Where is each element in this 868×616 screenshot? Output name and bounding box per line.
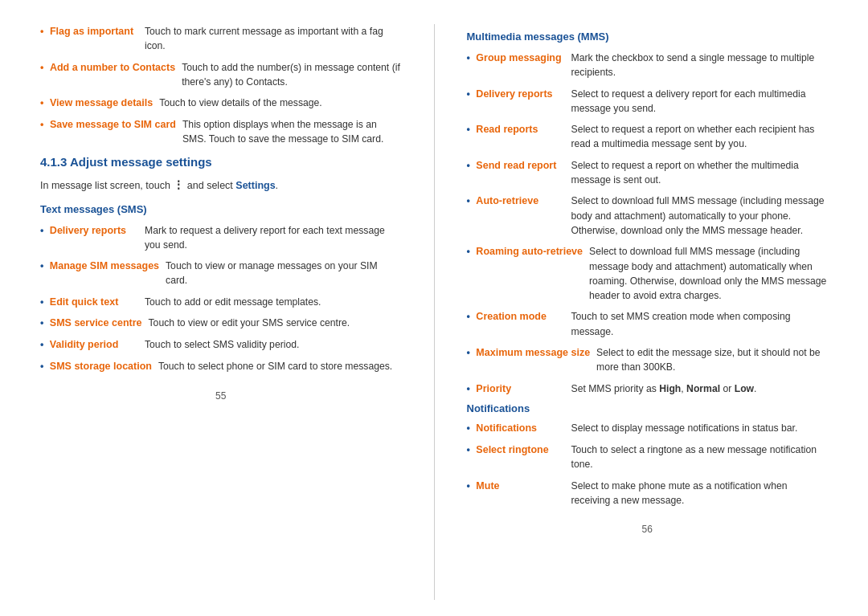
group-msg-desc: Mark the checkbox to send a single messa… [571, 51, 829, 80]
bullet: • [40, 317, 47, 328]
bullet: • [467, 88, 473, 100]
flag-desc: Touch to mark current message as importa… [145, 24, 402, 54]
manage-sim-desc: Touch to view or manage messages on your… [166, 259, 401, 288]
top-items: • Flag as important Touch to mark curren… [40, 24, 402, 147]
page-number-left: 55 [40, 382, 402, 410]
notif-select-ringtone: • Select ringtone Touch to select a ring… [467, 443, 829, 472]
read-reports-desc: Select to request a report on whether ea… [571, 122, 829, 152]
notifications-label: Notifications [476, 422, 537, 434]
bullet-flag: • [40, 26, 43, 37]
sms-service-desc: Touch to view or edit your SMS service c… [149, 316, 402, 331]
auto-retrieve-desc: Select to download full MMS message (inc… [571, 194, 829, 238]
send-read-label: Send read report [476, 160, 556, 171]
sms-validity-period: • Validity period Touch to select SMS va… [40, 337, 402, 353]
mute-label: Mute [476, 480, 499, 492]
max-size-desc: Select to edit the message size, but it … [596, 345, 828, 375]
bullet: • [467, 246, 473, 257]
intro-middle: and select [184, 180, 235, 191]
sms-service-label: SMS service centre [50, 317, 142, 328]
bullet: • [40, 260, 47, 271]
sms-section: Text messages (SMS) • Delivery reports M… [40, 203, 402, 374]
notif-mute: • Mute Select to make phone mute as a no… [467, 479, 829, 508]
notifications-desc: Select to display message notifications … [571, 421, 829, 436]
mms-auto-retrieve: • Auto-retrieve Select to download full … [467, 194, 829, 238]
add-number-desc: Touch to add the number(s) in message co… [182, 60, 401, 90]
sms-delivery-desc: Mark to request a delivery report for ea… [145, 223, 402, 253]
bullet: • [467, 444, 473, 455]
ringtone-label: Select ringtone [476, 444, 548, 455]
notif-notifications: • Notifications Select to display messag… [467, 421, 829, 436]
validity-desc: Touch to select SMS validity period. [145, 337, 402, 353]
edit-quick-label: Edit quick text [50, 296, 118, 308]
page-divider [434, 24, 435, 600]
ringtone-desc: Touch to select a ringtone as a new mess… [571, 443, 829, 472]
sms-delivery-label: Delivery reports [50, 225, 126, 236]
manage-sim-label: Manage SIM messages [50, 260, 159, 271]
creation-mode-label: Creation mode [476, 311, 547, 322]
bullet: • [467, 422, 473, 434]
save-message-item: • Save message to SIM card This option d… [40, 117, 402, 147]
settings-link: Settings [235, 180, 275, 191]
sms-manage-sim: • Manage SIM messages Touch to view or m… [40, 259, 402, 288]
save-message-label: Save message to SIM card [50, 119, 176, 130]
bullet: • [467, 347, 473, 358]
bullet-add: • [40, 62, 43, 73]
storage-label: SMS storage location [50, 361, 152, 372]
page-right: Multimedia messages (MMS) • Group messag… [443, 24, 853, 600]
bullet: • [467, 383, 473, 394]
mms-send-read-report: • Send read report Select to request a r… [467, 158, 829, 188]
mms-section: Multimedia messages (MMS) • Group messag… [467, 31, 829, 396]
mms-delivery-desc: Select to request a delivery report for … [571, 87, 829, 116]
bullet: • [467, 311, 473, 322]
bullet: • [40, 361, 47, 372]
bullet: • [40, 296, 47, 308]
mms-read-reports: • Read reports Select to request a repor… [467, 122, 829, 152]
notifications-section: Notifications • Notifications Select to … [467, 402, 829, 508]
bullet-view: • [40, 97, 43, 108]
add-number-item: • Add a number to Contacts Touch to add … [40, 60, 402, 90]
flag-as-important-item: • Flag as important Touch to mark curren… [40, 24, 402, 54]
bullet: • [467, 195, 473, 206]
auto-retrieve-label: Auto-retrieve [476, 195, 538, 206]
mms-delivery-reports: • Delivery reports Select to request a d… [467, 87, 829, 116]
bullet: • [467, 52, 473, 63]
validity-label: Validity period [50, 339, 118, 350]
intro-end: . [276, 180, 278, 191]
sms-section-title: Text messages (SMS) [40, 203, 402, 215]
notifications-header: Notifications [467, 402, 829, 414]
menu-icon: ⋮ [173, 178, 184, 191]
mute-desc: Select to make phone mute as a notificat… [571, 479, 829, 508]
storage-desc: Touch to select phone or SIM card to sto… [158, 359, 402, 374]
creation-mode-desc: Touch to set MMS creation mode when comp… [571, 309, 829, 339]
bullet-save: • [40, 119, 43, 130]
group-msg-label: Group messaging [476, 52, 561, 63]
flag-label: Flag as important [50, 26, 133, 37]
read-reports-label: Read reports [476, 124, 538, 135]
roaming-label: Roaming auto-retrieve [476, 246, 583, 257]
edit-quick-desc: Touch to add or edit message templates. [145, 295, 402, 310]
priority-desc: Set MMS priority as High, Normal or Low. [571, 381, 829, 397]
sms-storage-location: • SMS storage location Touch to select p… [40, 359, 402, 374]
mms-creation-mode: • Creation mode Touch to set MMS creatio… [467, 309, 829, 339]
view-message-desc: Touch to view details of the message. [159, 96, 401, 111]
bullet: • [467, 124, 473, 135]
page-left: • Flag as important Touch to mark curren… [16, 24, 426, 600]
bullet: • [467, 160, 473, 171]
mms-roaming-auto-retrieve: • Roaming auto-retrieve Select to downlo… [467, 244, 829, 303]
sms-service-centre: • SMS service centre Touch to view or ed… [40, 316, 402, 331]
priority-label: Priority [476, 383, 511, 394]
mms-section-title: Multimedia messages (MMS) [467, 31, 829, 43]
chapter-heading: 4.1.3 Adjust message settings [40, 155, 402, 169]
mms-priority: • Priority Set MMS priority as High, Nor… [467, 381, 829, 397]
bullet: • [40, 225, 47, 236]
bullet: • [40, 339, 47, 350]
max-size-label: Maximum message size [476, 347, 590, 358]
view-message-item: • View message details Touch to view det… [40, 96, 402, 111]
send-read-desc: Select to request a report on whether th… [571, 158, 829, 188]
roaming-desc: Select to download full MMS message (inc… [589, 244, 828, 303]
mms-delivery-label: Delivery reports [476, 88, 552, 100]
sms-edit-quick-text: • Edit quick text Touch to add or edit m… [40, 295, 402, 310]
save-message-desc: This option displays when the message is… [182, 117, 402, 147]
intro-before: In message list screen, touch [40, 180, 173, 191]
page-number-right: 56 [467, 516, 829, 543]
